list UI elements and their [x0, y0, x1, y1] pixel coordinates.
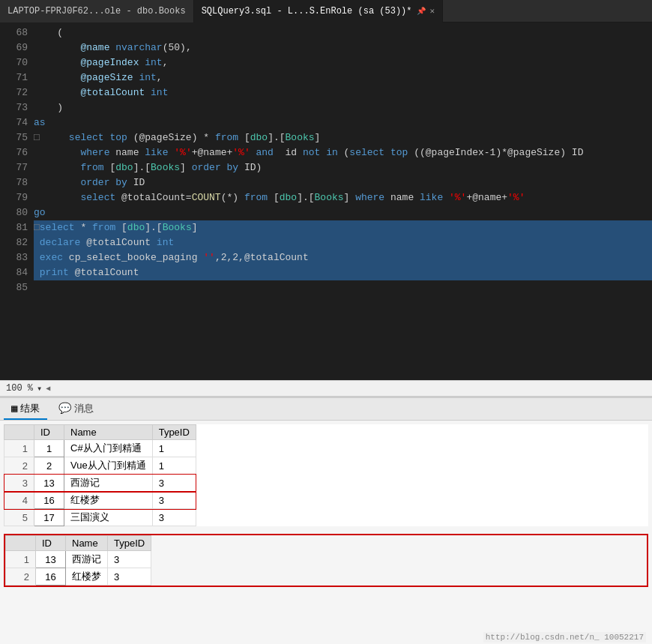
line-numbers: 68 69 70 71 72 73 74 75 76 77 78 79 80 8…: [0, 25, 34, 377]
code-lines[interactable]: ( @name nvarchar(50), @pageIndex int, @p…: [34, 25, 652, 377]
col-header-name-1: Name: [64, 425, 153, 440]
tab-books-label: LAPTOP-FPRJ0F62...ole - dbo.Books: [7, 6, 186, 16]
cell-id: 1: [34, 440, 64, 457]
code-line-85: [34, 280, 652, 295]
cell-id: 13: [36, 551, 66, 568]
table-row: 2 16 红楼梦 3: [6, 568, 151, 586]
cell-name: 西游记: [66, 551, 108, 568]
ln-77: 77: [0, 160, 28, 175]
cell-name: C#从入门到精通: [64, 440, 153, 457]
ln-81: 81: [0, 220, 28, 235]
col-header-id-1: ID: [34, 425, 64, 440]
code-line-74: as: [34, 115, 652, 130]
tab-query[interactable]: SQLQuery3.sql - L...S.EnRole (sa (53))* …: [194, 0, 443, 22]
cell-rownum: 2: [4, 457, 34, 475]
table-row: 4 16 红楼梦 3: [4, 492, 196, 509]
col-header-name-2: Name: [66, 536, 108, 551]
ln-85: 85: [0, 280, 28, 295]
cell-name: 三国演义: [64, 509, 153, 526]
ln-73: 73: [0, 100, 28, 115]
cell-name: Vue从入门到精通: [64, 457, 153, 475]
ln-68: 68: [0, 25, 28, 40]
cell-id: 16: [36, 568, 66, 586]
code-line-68: (: [34, 25, 652, 40]
table-row: 1 1 C#从入门到精通 1: [4, 440, 196, 457]
message-icon: 💬: [58, 402, 71, 415]
cell-typeid: 1: [152, 457, 196, 475]
code-line-82: declare @totalCount int: [34, 235, 652, 250]
code-line-80: go: [34, 205, 652, 220]
code-line-79: select @totalCount=COUNT(*) from [dbo].[…: [34, 190, 652, 205]
ln-83: 83: [0, 250, 28, 265]
cell-typeid: 3: [108, 568, 151, 586]
table-row: 3 13 西游记 3: [4, 475, 196, 492]
table-row: 1 13 西游记 3: [6, 551, 151, 568]
results-tabs: ▦ 结果 💬 消息: [0, 398, 652, 421]
ln-71: 71: [0, 70, 28, 85]
code-line-73: ): [34, 100, 652, 115]
code-line-78: order by ID: [34, 175, 652, 190]
results-content: ID Name TypeID 1 1 C#从入门到精通 1 2 2: [0, 421, 652, 644]
scroll-left-icon[interactable]: ◀: [46, 384, 50, 393]
watermark: http://blog.csdn.net/n_ 10052217: [483, 632, 646, 643]
editor-area: 68 69 70 71 72 73 74 75 76 77 78 79 80 8…: [0, 22, 652, 380]
ln-69: 69: [0, 40, 28, 55]
ln-79: 79: [0, 190, 28, 205]
code-container: 68 69 70 71 72 73 74 75 76 77 78 79 80 8…: [0, 22, 652, 380]
code-line-69: @name nvarchar(50),: [34, 40, 652, 55]
code-line-76: where name like '%'+@name+'%' and id not…: [34, 145, 652, 160]
code-line-72: @totalCount int: [34, 85, 652, 100]
messages-tab-label: 消息: [74, 402, 94, 415]
results-tab-label: 结果: [20, 402, 40, 415]
tab-books[interactable]: LAPTOP-FPRJ0F62...ole - dbo.Books: [0, 0, 194, 22]
close-icon[interactable]: ✕: [430, 6, 435, 16]
zoom-dropdown[interactable]: ▾: [37, 383, 42, 394]
cell-rownum: 1: [4, 440, 34, 457]
ln-72: 72: [0, 85, 28, 100]
cell-typeid: 3: [152, 492, 196, 509]
cell-rownum: 1: [6, 551, 36, 568]
col-header-id-2: ID: [36, 536, 66, 551]
cell-rownum: 2: [6, 568, 36, 586]
ln-82: 82: [0, 235, 28, 250]
code-line-83: exec cp_select_booke_paging '',2,2,@tota…: [34, 250, 652, 265]
cell-name: 西游记: [64, 475, 153, 492]
tab-results[interactable]: ▦ 结果: [4, 399, 47, 420]
cell-rownum: 5: [4, 509, 34, 526]
cell-typeid: 3: [108, 551, 151, 568]
cell-typeid: 1: [152, 440, 196, 457]
results-table-1: ID Name TypeID 1 1 C#从入门到精通 1 2 2: [4, 424, 196, 526]
ln-76: 76: [0, 145, 28, 160]
code-line-75: □ select top (@pageSize) * from [dbo].[B…: [34, 130, 652, 145]
cell-typeid: 3: [152, 475, 196, 492]
code-line-81: □select * from [dbo].[Books]: [34, 220, 652, 235]
cell-id: 16: [34, 492, 64, 509]
col-header-typeid-1: TypeID: [152, 425, 196, 440]
table-row: 2 2 Vue从入门到精通 1: [4, 457, 196, 475]
tab-messages[interactable]: 💬 消息: [51, 399, 101, 420]
zoom-label: 100 %: [6, 383, 33, 394]
cell-name: 红楼梦: [66, 568, 108, 586]
ln-75: 75: [0, 130, 28, 145]
code-line-77: from [dbo].[Books] order by ID): [34, 160, 652, 175]
ln-70: 70: [0, 55, 28, 70]
col-header-rownum-2: [6, 536, 36, 551]
cell-id: 13: [34, 475, 64, 492]
ln-84: 84: [0, 265, 28, 280]
table-icon: ▦: [11, 402, 17, 415]
code-line-70: @pageIndex int,: [34, 55, 652, 70]
cell-typeid: 3: [152, 509, 196, 526]
ln-74: 74: [0, 115, 28, 130]
cell-name: 红楼梦: [64, 492, 153, 509]
code-line-84: print @totalCount: [34, 265, 652, 280]
col-header-rownum-1: [4, 425, 34, 440]
code-line-71: @pageSize int,: [34, 70, 652, 85]
results-table-1-wrapper: ID Name TypeID 1 1 C#从入门到精通 1 2 2: [4, 424, 648, 526]
results-panel: ▦ 结果 💬 消息 ID Name TypeID: [0, 397, 652, 644]
tab-query-label: SQLQuery3.sql - L...S.EnRole (sa (53))*: [202, 6, 412, 16]
col-header-typeid-2: TypeID: [108, 536, 151, 551]
ln-80: 80: [0, 205, 28, 220]
results-table-2-wrapper: ID Name TypeID 1 13 西游记 3 2 16: [4, 534, 648, 587]
ln-78: 78: [0, 175, 28, 190]
cell-rownum: 3: [4, 475, 34, 492]
